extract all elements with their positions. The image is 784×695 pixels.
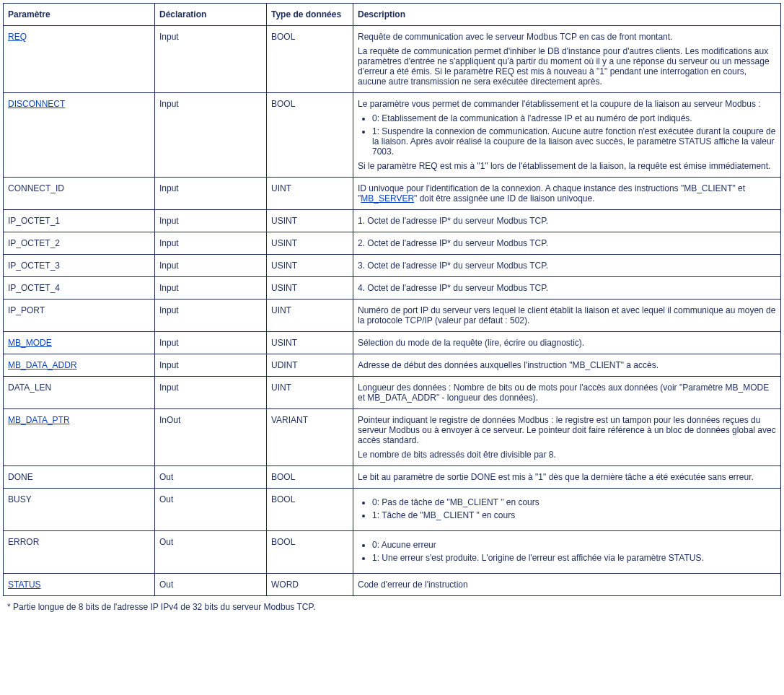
cell-datatype: BOOL xyxy=(267,466,353,489)
cell-parameter: ERROR xyxy=(4,531,155,574)
param-link-status[interactable]: STATUS xyxy=(8,580,41,590)
cell-datatype: UINT xyxy=(267,300,353,332)
table-row: CONNECT_ID Input UINT ID univoque pour l… xyxy=(4,178,781,210)
cell-description: Numéro de port IP du serveur vers lequel… xyxy=(353,300,781,332)
cell-parameter: IP_PORT xyxy=(4,300,155,332)
cell-description: Le bit au paramètre de sortie DONE est m… xyxy=(353,466,781,489)
cell-declaration: InOut xyxy=(155,409,267,466)
list-item: 1: Une erreur s'est produite. L'origine … xyxy=(372,553,776,563)
desc-text: Pointeur indiquant le registre de donnée… xyxy=(358,415,776,445)
header-parameter: Paramètre xyxy=(4,4,155,26)
cell-declaration: Input xyxy=(155,255,267,277)
link-mb-server[interactable]: MB_SERVER xyxy=(361,193,414,204)
cell-datatype: UINT xyxy=(267,377,353,409)
table-row: IP_OCTET_2 Input USINT 2. Octet de l'adr… xyxy=(4,232,781,255)
cell-datatype: USINT xyxy=(267,232,353,255)
table-row: REQ Input BOOL Requête de communication … xyxy=(4,26,781,93)
table-header-row: Paramètre Déclaration Type de données De… xyxy=(4,4,781,26)
cell-declaration: Out xyxy=(155,574,267,596)
desc-list: 0: Aucune erreur 1: Une erreur s'est pro… xyxy=(358,540,776,563)
cell-declaration: Input xyxy=(155,277,267,300)
cell-declaration: Input xyxy=(155,210,267,232)
table-row: IP_OCTET_4 Input USINT 4. Octet de l'adr… xyxy=(4,277,781,300)
header-datatype: Type de données xyxy=(267,4,353,26)
cell-description: Le paramètre vous permet de commander l'… xyxy=(353,93,781,178)
cell-description: Code d'erreur de l'instruction xyxy=(353,574,781,596)
cell-declaration: Input xyxy=(155,178,267,210)
cell-datatype: USINT xyxy=(267,332,353,354)
cell-datatype: UDINT xyxy=(267,354,353,377)
desc-text: Le nombre de bits adressés doit être div… xyxy=(358,450,776,460)
cell-parameter: BUSY xyxy=(4,489,155,531)
cell-datatype: BOOL xyxy=(267,93,353,178)
desc-list: 0: Pas de tâche de "MB_CLIENT " en cours… xyxy=(358,497,776,520)
cell-declaration: Input xyxy=(155,332,267,354)
cell-parameter: IP_OCTET_2 xyxy=(4,232,155,255)
cell-parameter: DONE xyxy=(4,466,155,489)
cell-datatype: WORD xyxy=(267,574,353,596)
cell-parameter: CONNECT_ID xyxy=(4,178,155,210)
cell-declaration: Out xyxy=(155,489,267,531)
param-link-req[interactable]: REQ xyxy=(8,32,27,42)
param-link-mb-data-addr[interactable]: MB_DATA_ADDR xyxy=(8,360,77,370)
param-link-mb-mode[interactable]: MB_MODE xyxy=(8,338,52,348)
list-item: 0: Pas de tâche de "MB_CLIENT " en cours xyxy=(372,497,776,507)
desc-text: La requête de communication permet d'inh… xyxy=(358,46,776,87)
desc-text: Le paramètre vous permet de commander l'… xyxy=(358,99,776,109)
table-row: IP_PORT Input UINT Numéro de port IP du … xyxy=(4,300,781,332)
cell-description: Sélection du mode de la requête (lire, é… xyxy=(353,332,781,354)
cell-declaration: Input xyxy=(155,26,267,93)
desc-text-part: " doit être assignée une ID de liaison u… xyxy=(414,193,594,204)
cell-parameter: DATA_LEN xyxy=(4,377,155,409)
list-item: 1: Suspendre la connexion de communicati… xyxy=(372,126,776,157)
cell-datatype: USINT xyxy=(267,277,353,300)
table-row: ERROR Out BOOL 0: Aucune erreur 1: Une e… xyxy=(4,531,781,574)
table-row: MB_DATA_PTR InOut VARIANT Pointeur indiq… xyxy=(4,409,781,466)
cell-description: 0: Aucune erreur 1: Une erreur s'est pro… xyxy=(353,531,781,574)
cell-declaration: Input xyxy=(155,93,267,178)
cell-description: 0: Pas de tâche de "MB_CLIENT " en cours… xyxy=(353,489,781,531)
header-description: Description xyxy=(353,4,781,26)
cell-datatype: UINT xyxy=(267,178,353,210)
cell-description: 2. Octet de l'adresse IP* du serveur Mod… xyxy=(353,232,781,255)
table-row: MB_DATA_ADDR Input UDINT Adresse de débu… xyxy=(4,354,781,377)
table-row: MB_MODE Input USINT Sélection du mode de… xyxy=(4,332,781,354)
table-row: BUSY Out BOOL 0: Pas de tâche de "MB_CLI… xyxy=(4,489,781,531)
cell-declaration: Input xyxy=(155,354,267,377)
cell-datatype: USINT xyxy=(267,210,353,232)
list-item: 0: Etablissement de la communication à l… xyxy=(372,113,776,123)
param-link-mb-data-ptr[interactable]: MB_DATA_PTR xyxy=(8,415,70,425)
table-row: STATUS Out WORD Code d'erreur de l'instr… xyxy=(4,574,781,596)
cell-datatype: BOOL xyxy=(267,26,353,93)
table-row: DONE Out BOOL Le bit au paramètre de sor… xyxy=(4,466,781,489)
cell-description: ID univoque pour l'identification de la … xyxy=(353,178,781,210)
parameters-table: Paramètre Déclaration Type de données De… xyxy=(3,3,781,596)
param-link-disconnect[interactable]: DISCONNECT xyxy=(8,99,65,109)
header-declaration: Déclaration xyxy=(155,4,267,26)
cell-datatype: VARIANT xyxy=(267,409,353,466)
cell-description: 3. Octet de l'adresse IP* du serveur Mod… xyxy=(353,255,781,277)
cell-declaration: Out xyxy=(155,466,267,489)
cell-description: Adresse de début des données auxquelles … xyxy=(353,354,781,377)
cell-parameter: IP_OCTET_1 xyxy=(4,210,155,232)
cell-parameter: IP_OCTET_4 xyxy=(4,277,155,300)
table-row: DISCONNECT Input BOOL Le paramètre vous … xyxy=(4,93,781,178)
cell-description: Pointeur indiquant le registre de donnée… xyxy=(353,409,781,466)
table-row: IP_OCTET_3 Input USINT 3. Octet de l'adr… xyxy=(4,255,781,277)
cell-declaration: Input xyxy=(155,377,267,409)
cell-description: 4. Octet de l'adresse IP* du serveur Mod… xyxy=(353,277,781,300)
cell-declaration: Input xyxy=(155,300,267,332)
cell-description: 1. Octet de l'adresse IP* du serveur Mod… xyxy=(353,210,781,232)
cell-description: Longueur des données : Nombre de bits ou… xyxy=(353,377,781,409)
desc-text: Requête de communication avec le serveur… xyxy=(358,32,776,42)
cell-declaration: Input xyxy=(155,232,267,255)
cell-declaration: Out xyxy=(155,531,267,574)
table-row: DATA_LEN Input UINT Longueur des données… xyxy=(4,377,781,409)
footnote: * Partie longue de 8 bits de l'adresse I… xyxy=(3,596,781,618)
cell-parameter: IP_OCTET_3 xyxy=(4,255,155,277)
table-row: IP_OCTET_1 Input USINT 1. Octet de l'adr… xyxy=(4,210,781,232)
desc-text: Si le paramètre REQ est mis à "1" lors d… xyxy=(358,161,776,171)
cell-datatype: USINT xyxy=(267,255,353,277)
cell-datatype: BOOL xyxy=(267,531,353,574)
desc-list: 0: Etablissement de la communication à l… xyxy=(358,113,776,157)
